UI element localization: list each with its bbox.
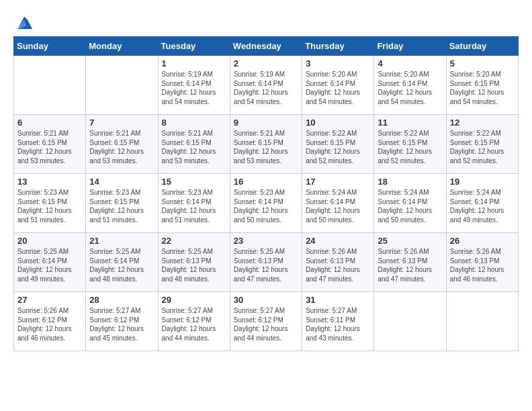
day-cell: 30Sunrise: 5:27 AM Sunset: 6:12 PM Dayli… xyxy=(230,292,302,351)
day-cell: 17Sunrise: 5:24 AM Sunset: 6:14 PM Dayli… xyxy=(302,174,374,233)
day-number: 9 xyxy=(234,118,298,128)
day-number: 27 xyxy=(17,295,82,305)
day-info: Sunrise: 5:25 AM Sunset: 6:14 PM Dayligh… xyxy=(89,247,154,283)
weekday-header-tuesday: Tuesday xyxy=(158,37,230,56)
day-cell: 28Sunrise: 5:27 AM Sunset: 6:12 PM Dayli… xyxy=(86,292,158,351)
day-cell: 11Sunrise: 5:22 AM Sunset: 6:15 PM Dayli… xyxy=(374,115,446,174)
day-cell: 25Sunrise: 5:26 AM Sunset: 6:13 PM Dayli… xyxy=(374,233,446,292)
day-number: 1 xyxy=(162,58,226,68)
day-info: Sunrise: 5:26 AM Sunset: 6:13 PM Dayligh… xyxy=(378,247,442,283)
day-number: 10 xyxy=(306,118,370,128)
week-row-2: 6Sunrise: 5:21 AM Sunset: 6:15 PM Daylig… xyxy=(14,115,519,174)
day-info: Sunrise: 5:22 AM Sunset: 6:15 PM Dayligh… xyxy=(378,129,442,165)
day-number: 18 xyxy=(378,177,442,187)
logo-icon xyxy=(15,13,34,32)
day-info: Sunrise: 5:25 AM Sunset: 6:14 PM Dayligh… xyxy=(17,247,82,283)
day-cell: 8Sunrise: 5:21 AM Sunset: 6:15 PM Daylig… xyxy=(158,115,230,174)
day-number: 23 xyxy=(234,236,298,246)
day-info: Sunrise: 5:26 AM Sunset: 6:13 PM Dayligh… xyxy=(450,247,515,283)
day-cell: 1Sunrise: 5:19 AM Sunset: 6:14 PM Daylig… xyxy=(158,56,230,115)
day-cell: 10Sunrise: 5:22 AM Sunset: 6:15 PM Dayli… xyxy=(302,115,374,174)
weekday-header-saturday: Saturday xyxy=(446,37,518,56)
day-cell: 6Sunrise: 5:21 AM Sunset: 6:15 PM Daylig… xyxy=(14,115,86,174)
weekday-header-row: SundayMondayTuesdayWednesdayThursdayFrid… xyxy=(14,37,519,56)
day-cell: 14Sunrise: 5:23 AM Sunset: 6:15 PM Dayli… xyxy=(86,174,158,233)
day-cell: 24Sunrise: 5:26 AM Sunset: 6:13 PM Dayli… xyxy=(302,233,374,292)
day-info: Sunrise: 5:23 AM Sunset: 6:15 PM Dayligh… xyxy=(17,188,82,224)
day-cell: 31Sunrise: 5:27 AM Sunset: 6:11 PM Dayli… xyxy=(302,292,374,351)
day-number: 24 xyxy=(306,236,370,246)
day-info: Sunrise: 5:20 AM Sunset: 6:15 PM Dayligh… xyxy=(450,70,515,106)
day-cell: 23Sunrise: 5:25 AM Sunset: 6:13 PM Dayli… xyxy=(230,233,302,292)
logo xyxy=(13,13,34,32)
day-number: 28 xyxy=(89,295,154,305)
day-number: 19 xyxy=(450,177,515,187)
day-number: 14 xyxy=(89,177,154,187)
weekday-header-sunday: Sunday xyxy=(14,37,86,56)
day-number: 6 xyxy=(17,118,82,128)
day-cell: 3Sunrise: 5:20 AM Sunset: 6:14 PM Daylig… xyxy=(302,56,374,115)
day-cell: 27Sunrise: 5:26 AM Sunset: 6:12 PM Dayli… xyxy=(14,292,86,351)
day-cell xyxy=(14,56,86,115)
day-info: Sunrise: 5:27 AM Sunset: 6:12 PM Dayligh… xyxy=(89,306,154,342)
day-cell: 15Sunrise: 5:23 AM Sunset: 6:14 PM Dayli… xyxy=(158,174,230,233)
weekday-header-thursday: Thursday xyxy=(302,37,374,56)
week-row-1: 1Sunrise: 5:19 AM Sunset: 6:14 PM Daylig… xyxy=(14,56,519,115)
day-cell: 21Sunrise: 5:25 AM Sunset: 6:14 PM Dayli… xyxy=(86,233,158,292)
day-number: 11 xyxy=(378,118,442,128)
day-number: 12 xyxy=(450,118,515,128)
day-cell: 29Sunrise: 5:27 AM Sunset: 6:12 PM Dayli… xyxy=(158,292,230,351)
day-number: 16 xyxy=(234,177,298,187)
day-info: Sunrise: 5:26 AM Sunset: 6:12 PM Dayligh… xyxy=(17,306,82,342)
day-cell: 22Sunrise: 5:25 AM Sunset: 6:13 PM Dayli… xyxy=(158,233,230,292)
day-info: Sunrise: 5:21 AM Sunset: 6:15 PM Dayligh… xyxy=(89,129,154,165)
day-number: 22 xyxy=(162,236,226,246)
day-number: 29 xyxy=(162,295,226,305)
day-info: Sunrise: 5:20 AM Sunset: 6:14 PM Dayligh… xyxy=(378,70,442,106)
day-info: Sunrise: 5:24 AM Sunset: 6:14 PM Dayligh… xyxy=(378,188,442,224)
weekday-header-monday: Monday xyxy=(86,37,158,56)
day-cell xyxy=(86,56,158,115)
day-number: 30 xyxy=(234,295,298,305)
day-number: 13 xyxy=(17,177,82,187)
day-number: 25 xyxy=(378,236,442,246)
day-cell: 13Sunrise: 5:23 AM Sunset: 6:15 PM Dayli… xyxy=(14,174,86,233)
day-info: Sunrise: 5:25 AM Sunset: 6:13 PM Dayligh… xyxy=(234,247,298,283)
day-cell xyxy=(446,292,518,351)
day-number: 21 xyxy=(89,236,154,246)
day-number: 31 xyxy=(306,295,370,305)
day-cell: 2Sunrise: 5:19 AM Sunset: 6:14 PM Daylig… xyxy=(230,56,302,115)
day-cell: 20Sunrise: 5:25 AM Sunset: 6:14 PM Dayli… xyxy=(14,233,86,292)
day-number: 26 xyxy=(450,236,515,246)
day-info: Sunrise: 5:27 AM Sunset: 6:12 PM Dayligh… xyxy=(234,306,298,342)
day-number: 7 xyxy=(89,118,154,128)
day-cell: 18Sunrise: 5:24 AM Sunset: 6:14 PM Dayli… xyxy=(374,174,446,233)
day-cell: 16Sunrise: 5:23 AM Sunset: 6:14 PM Dayli… xyxy=(230,174,302,233)
day-info: Sunrise: 5:27 AM Sunset: 6:11 PM Dayligh… xyxy=(306,306,370,342)
weekday-header-wednesday: Wednesday xyxy=(230,37,302,56)
day-info: Sunrise: 5:24 AM Sunset: 6:14 PM Dayligh… xyxy=(306,188,370,224)
day-info: Sunrise: 5:26 AM Sunset: 6:13 PM Dayligh… xyxy=(306,247,370,283)
weekday-header-friday: Friday xyxy=(374,37,446,56)
week-row-3: 13Sunrise: 5:23 AM Sunset: 6:15 PM Dayli… xyxy=(14,174,519,233)
day-info: Sunrise: 5:22 AM Sunset: 6:15 PM Dayligh… xyxy=(450,129,515,165)
day-info: Sunrise: 5:24 AM Sunset: 6:14 PM Dayligh… xyxy=(450,188,515,224)
day-info: Sunrise: 5:21 AM Sunset: 6:15 PM Dayligh… xyxy=(234,129,298,165)
day-info: Sunrise: 5:23 AM Sunset: 6:15 PM Dayligh… xyxy=(89,188,154,224)
day-info: Sunrise: 5:25 AM Sunset: 6:13 PM Dayligh… xyxy=(162,247,226,283)
day-cell: 26Sunrise: 5:26 AM Sunset: 6:13 PM Dayli… xyxy=(446,233,518,292)
calendar-table: SundayMondayTuesdayWednesdayThursdayFrid… xyxy=(13,36,519,351)
day-number: 4 xyxy=(378,58,442,68)
week-row-5: 27Sunrise: 5:26 AM Sunset: 6:12 PM Dayli… xyxy=(14,292,519,351)
day-cell: 12Sunrise: 5:22 AM Sunset: 6:15 PM Dayli… xyxy=(446,115,518,174)
day-info: Sunrise: 5:23 AM Sunset: 6:14 PM Dayligh… xyxy=(234,188,298,224)
day-info: Sunrise: 5:21 AM Sunset: 6:15 PM Dayligh… xyxy=(17,129,82,165)
day-info: Sunrise: 5:21 AM Sunset: 6:15 PM Dayligh… xyxy=(162,129,226,165)
week-row-4: 20Sunrise: 5:25 AM Sunset: 6:14 PM Dayli… xyxy=(14,233,519,292)
day-info: Sunrise: 5:19 AM Sunset: 6:14 PM Dayligh… xyxy=(234,70,298,106)
day-info: Sunrise: 5:20 AM Sunset: 6:14 PM Dayligh… xyxy=(306,70,370,106)
day-number: 5 xyxy=(450,58,515,68)
day-cell: 5Sunrise: 5:20 AM Sunset: 6:15 PM Daylig… xyxy=(446,56,518,115)
day-info: Sunrise: 5:22 AM Sunset: 6:15 PM Dayligh… xyxy=(306,129,370,165)
day-number: 17 xyxy=(306,177,370,187)
